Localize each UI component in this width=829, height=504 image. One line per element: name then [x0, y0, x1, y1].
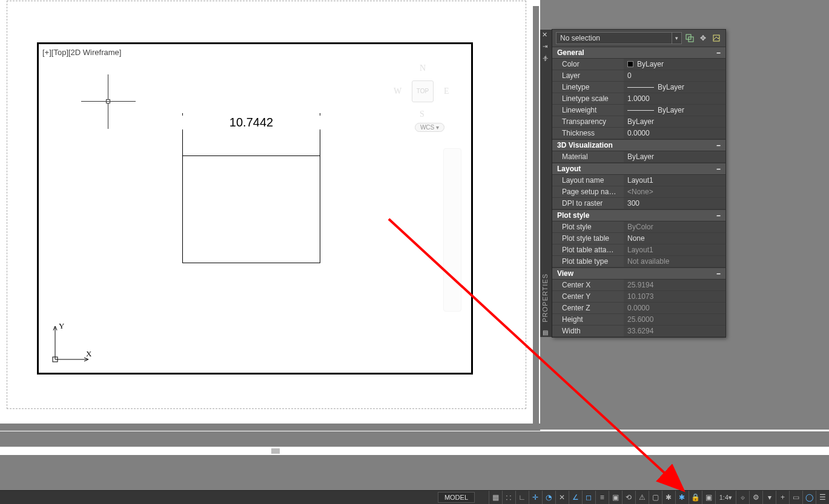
isoplane-icon[interactable]: ◔: [542, 491, 555, 504]
select-objects-icon[interactable]: ✥: [698, 33, 708, 44]
label-layoutname: Layout name: [552, 175, 624, 186]
viewport-max-icon[interactable]: ▢: [649, 491, 662, 504]
viewcube-north[interactable]: N: [420, 64, 426, 73]
quick-properties-icon[interactable]: +: [776, 491, 789, 504]
value-height: 25.6000: [624, 314, 725, 325]
rectangle-geometry[interactable]: [182, 155, 320, 263]
status-bar: MODEL ▦ ⸬ ∟ ✛ ◔ ✕ ∠ ◻ ≡ ▣ ⟲ ⚠ ▢ ✱ ✱ 🔒 ▣ …: [0, 490, 829, 504]
crosshair-cursor: [81, 74, 136, 129]
viewcube-west[interactable]: W: [394, 87, 401, 96]
panel-rail: ✕ ⇥ ⸎ PROPERTIES ▤: [540, 30, 552, 337]
value-color[interactable]: ByLayer: [624, 59, 725, 70]
label-cz: Center Z: [552, 303, 624, 313]
viewcube-south[interactable]: S: [420, 110, 424, 119]
3dosnap-icon[interactable]: ◻: [582, 491, 595, 504]
osnap-icon[interactable]: ∠: [569, 491, 582, 504]
selection-cycling-icon[interactable]: ⟲: [622, 491, 635, 504]
dimension-text: 10.7442: [182, 116, 320, 129]
panel-menu-icon[interactable]: ▤: [543, 329, 548, 336]
scale-button[interactable]: 1:4 ▾: [715, 491, 736, 504]
viewport-label[interactable]: [+][Top][2D Wireframe]: [42, 48, 121, 57]
value-pagesetup[interactable]: <None>: [624, 186, 725, 197]
close-icon[interactable]: ✕: [542, 31, 547, 39]
section-layout[interactable]: Layout–: [552, 163, 725, 175]
collapse-icon[interactable]: –: [716, 165, 721, 173]
ortho-icon[interactable]: ∟: [515, 491, 529, 504]
value-layer[interactable]: 0: [624, 70, 725, 81]
section-plot[interactable]: Plot style–: [552, 209, 725, 221]
customize-icon[interactable]: ☰: [816, 491, 829, 504]
layout-tabs-icon[interactable]: ▭: [789, 491, 802, 504]
osnap-tracking-icon[interactable]: ✕: [555, 491, 569, 504]
transparency-icon[interactable]: ▣: [609, 491, 622, 504]
collapse-icon[interactable]: –: [716, 141, 721, 149]
value-linetype[interactable]: ByLayer: [624, 82, 725, 93]
color-swatch-icon: [627, 61, 633, 67]
ucs-icon: Y X: [51, 321, 93, 364]
value-cx: 25.9194: [624, 280, 725, 290]
viewcube-top[interactable]: TOP: [412, 80, 434, 102]
lineweight-icon[interactable]: ≡: [595, 491, 609, 504]
options-icon[interactable]: ⸎: [543, 55, 549, 62]
label-height: Height: [552, 314, 624, 325]
label-plottable: Plot style table: [552, 233, 624, 244]
value-transparency[interactable]: ByLayer: [624, 116, 725, 127]
modelspace-button[interactable]: MODEL: [438, 492, 475, 503]
grid-icon[interactable]: ▦: [489, 491, 502, 504]
value-plottable[interactable]: None: [624, 233, 725, 244]
annotation-visibility-icon[interactable]: ✱: [662, 491, 675, 504]
label-cy: Center Y: [552, 291, 624, 302]
viewcube-east[interactable]: E: [444, 87, 449, 96]
units-icon[interactable]: ▾: [762, 491, 776, 504]
layout-viewport[interactable]: [+][Top][2D Wireframe] 10.7442 N S E W T…: [37, 42, 473, 375]
toggle-pickadd-icon[interactable]: [711, 33, 722, 44]
collapse-icon[interactable]: –: [716, 48, 721, 57]
value-layoutname[interactable]: Layout1: [624, 175, 725, 186]
selection-dropdown[interactable]: No selection ▾: [556, 32, 682, 44]
gray-strip: [0, 431, 829, 447]
pin-icon[interactable]: ⇥: [543, 43, 547, 50]
hardware-accel-icon[interactable]: ◯: [802, 491, 816, 504]
label-color: Color: [552, 59, 624, 70]
snap-icon[interactable]: ⸬: [502, 491, 515, 504]
section-3dviz[interactable]: 3D Visualization–: [552, 139, 725, 151]
drawing-canvas[interactable]: [+][Top][2D Wireframe] 10.7442 N S E W T…: [0, 0, 540, 424]
workspace-switch-icon[interactable]: ⚙: [749, 491, 762, 504]
properties-panel: ✕ ⇥ ⸎ PROPERTIES ▤ No selection ▾ ✥ Gene…: [552, 29, 726, 338]
value-cz: 0.0000: [624, 303, 725, 313]
viewport-scale-icon[interactable]: ▣: [702, 491, 715, 504]
value-cy: 10.1073: [624, 291, 725, 302]
annotation-autoscale-icon[interactable]: ✱: [675, 491, 689, 504]
value-thickness[interactable]: 0.0000: [624, 128, 725, 139]
wcs-badge[interactable]: WCS ▾: [415, 123, 444, 132]
value-dpi[interactable]: 300: [624, 198, 725, 209]
label-plotattached: Plot table atta…: [552, 244, 624, 255]
label-lineweight: Lineweight: [552, 105, 624, 116]
annotation-monitor-icon[interactable]: ⚠: [635, 491, 649, 504]
quick-select-icon[interactable]: [684, 33, 695, 44]
scale-sync-icon[interactable]: ⟐: [736, 491, 749, 504]
line-preview-icon: [627, 87, 654, 88]
panel-title: PROPERTIES: [541, 273, 549, 322]
label-transparency: Transparency: [552, 116, 624, 127]
viewcube[interactable]: N S E W TOP: [386, 56, 459, 129]
section-general[interactable]: General–: [552, 47, 725, 59]
section-view[interactable]: View–: [552, 267, 725, 280]
label-linetype: Linetype: [552, 82, 624, 93]
chevron-down-icon[interactable]: ▾: [672, 33, 681, 44]
label-width: Width: [552, 326, 624, 336]
label-plottype: Plot table type: [552, 256, 624, 267]
value-lineweight[interactable]: ByLayer: [624, 105, 725, 116]
viewport-lock-icon[interactable]: 🔒: [689, 491, 702, 504]
collapse-icon[interactable]: –: [716, 269, 721, 278]
scroll-thumb[interactable]: [271, 448, 280, 454]
value-ltscale[interactable]: 1.0000: [624, 93, 725, 104]
polar-icon[interactable]: ✛: [529, 491, 542, 504]
collapse-icon[interactable]: –: [716, 211, 721, 220]
layout-scrollbar[interactable]: [0, 447, 829, 455]
page-shadow-right: [533, 6, 539, 428]
label-dpi: DPI to raster: [552, 198, 624, 209]
navigation-bar[interactable]: [443, 148, 461, 312]
value-material[interactable]: ByLayer: [624, 151, 725, 162]
label-plotstyle: Plot style: [552, 221, 624, 232]
